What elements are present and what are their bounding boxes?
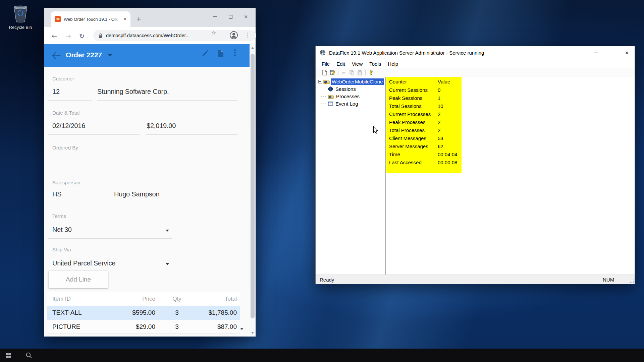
counter-row: Total Sessions10 <box>386 102 462 110</box>
ordered-by-field[interactable] <box>48 150 173 170</box>
counter-name: Peak Sessions <box>386 95 422 101</box>
document-icon[interactable] <box>217 50 224 59</box>
browser-menu-icon[interactable]: ⋮ <box>245 32 251 38</box>
new-document-icon[interactable] <box>321 69 329 76</box>
browser-maximize-button[interactable] <box>223 11 238 23</box>
admin-title-bar[interactable]: DataFlex 19.1 Web Application Server Adm… <box>316 46 635 59</box>
resize-grip[interactable] <box>630 279 634 283</box>
browser-minimize-button[interactable] <box>207 11 223 23</box>
grid-scroll-down-icon[interactable] <box>240 328 244 330</box>
menu-help[interactable]: Help <box>384 61 401 67</box>
salesperson-name-field[interactable]: Hugo Sampson <box>113 185 238 203</box>
terms-select[interactable]: Net 30 <box>48 219 172 239</box>
scroll-up-icon[interactable] <box>251 47 254 49</box>
salesperson-label: Salesperson <box>52 180 80 185</box>
webapp-content: Order 2227 Customer 12 Stunning Software… <box>44 44 256 337</box>
properties-icon[interactable] <box>329 69 337 76</box>
order-total-field[interactable]: $2,019.00 <box>146 115 238 135</box>
cell-price: $29.00 <box>111 323 159 330</box>
order-date-field[interactable]: 02/12/2016 <box>48 115 140 135</box>
col-price[interactable]: Price <box>142 296 155 302</box>
admin-status-bar: Ready NUM <box>316 275 635 284</box>
help-icon[interactable]: ? <box>367 69 375 76</box>
menu-edit[interactable]: Edit <box>333 61 348 67</box>
copy-icon[interactable] <box>348 69 356 76</box>
taskbar-search-button[interactable] <box>21 349 37 362</box>
ship-via-caret-icon <box>166 263 169 265</box>
header-separator <box>435 78 435 84</box>
scrollbar-thumb[interactable] <box>251 54 255 318</box>
table-row-selected[interactable]: TEXT-ALL $595.00 3 $1,785.00 <box>47 306 240 320</box>
forward-button[interactable]: → <box>64 32 73 40</box>
tree-item-sessions[interactable]: Sessions <box>328 85 356 93</box>
tree-root-label[interactable]: WebOrderMobileClone <box>331 78 384 85</box>
col-total[interactable]: Total <box>225 296 237 302</box>
tree-root-row[interactable]: WebOrderMobileClone <box>318 78 384 85</box>
browser-close-button[interactable]: ✕ <box>238 11 254 23</box>
counter-row: Server Messages62 <box>386 142 462 150</box>
counter-name: Peak Processes <box>386 119 425 125</box>
browser-tab[interactable]: DF Web Order Touch 19.1 - Order 22 ✕ <box>51 11 130 27</box>
status-ready: Ready <box>320 277 334 283</box>
col-qty[interactable]: Qty <box>172 296 181 302</box>
admin-app-icon <box>320 50 326 56</box>
customer-id-field[interactable]: 12 <box>48 81 92 101</box>
webapp-header: Order 2227 <box>44 44 250 67</box>
cell-total: $87.00 <box>195 323 240 330</box>
url-text: demosplf.dataaccess.com/WebOrder... <box>106 33 190 38</box>
profile-avatar-icon[interactable] <box>229 31 238 41</box>
paste-icon[interactable] <box>356 69 364 76</box>
counter-row: Time00:04:04 <box>386 150 462 158</box>
customer-name-field[interactable]: Stunning Software Corp. <box>97 81 238 101</box>
admin-minimize-button[interactable] <box>588 46 604 59</box>
admin-close-button[interactable]: ✕ <box>619 46 635 59</box>
tree-item-event-log[interactable]: Event Log <box>328 100 358 107</box>
edit-pencil-icon[interactable] <box>201 50 209 59</box>
tab-close-icon[interactable]: ✕ <box>122 16 128 22</box>
status-separator <box>625 277 625 282</box>
new-tab-button[interactable]: + <box>134 14 144 23</box>
minimize-icon <box>594 53 598 53</box>
recycle-bin-shortcut[interactable]: Recycle Bin <box>5 3 36 30</box>
back-button[interactable]: ← <box>50 32 59 40</box>
lock-icon <box>99 33 103 38</box>
bookmark-star-icon[interactable]: ☆ <box>211 29 216 36</box>
minimize-icon <box>213 16 217 17</box>
order-title[interactable]: Order 2227 <box>66 51 102 59</box>
admin-maximize-button[interactable] <box>604 46 619 59</box>
collapse-icon[interactable] <box>318 80 322 83</box>
webapp-back-button[interactable] <box>52 52 61 61</box>
taskbar <box>0 349 644 362</box>
menu-view[interactable]: View <box>348 61 366 67</box>
toolbar-separator <box>338 70 338 75</box>
menu-file[interactable]: File <box>318 61 333 67</box>
counter-value: 00:00:08 <box>438 160 457 165</box>
order-lines-table: Item ID Price Qty Total TEXT-ALL $595.00… <box>47 292 240 334</box>
add-line-button[interactable]: Add Line <box>49 271 108 288</box>
menu-tools[interactable]: Tools <box>366 61 384 67</box>
start-button[interactable] <box>0 349 16 362</box>
recycle-bin-label: Recycle Bin <box>5 25 36 30</box>
reload-button[interactable]: ↻ <box>77 32 86 40</box>
page-scrollbar[interactable] <box>250 44 256 337</box>
ship-via-label: Ship Via <box>52 247 71 252</box>
pane-divider[interactable] <box>385 77 386 275</box>
ship-via-value: United Parcel Service <box>52 259 115 267</box>
salesperson-id-field[interactable]: HS <box>48 185 109 203</box>
scroll-down-icon[interactable] <box>251 332 254 334</box>
tree-item-processes[interactable]: Processes <box>328 93 360 100</box>
table-row[interactable]: PICTURE $29.00 3 $87.00 <box>47 320 240 334</box>
terms-label: Terms <box>52 213 66 219</box>
ship-via-select[interactable]: United Parcel Service <box>48 252 172 272</box>
cut-icon[interactable]: ✂ <box>340 69 348 76</box>
tree-connector <box>320 96 326 97</box>
counter-name: Time <box>386 152 400 157</box>
windows-logo-icon <box>6 353 11 358</box>
webapp-menu-icon[interactable] <box>234 49 236 56</box>
tree-connector <box>320 89 326 89</box>
order-dropdown-caret-icon[interactable] <box>108 54 112 57</box>
counter-value: 1 <box>438 95 440 101</box>
counter-row: Client Messages53 <box>386 134 462 142</box>
counter-name: Current Sessions <box>386 87 428 93</box>
col-item-id[interactable]: Item ID <box>52 296 71 302</box>
